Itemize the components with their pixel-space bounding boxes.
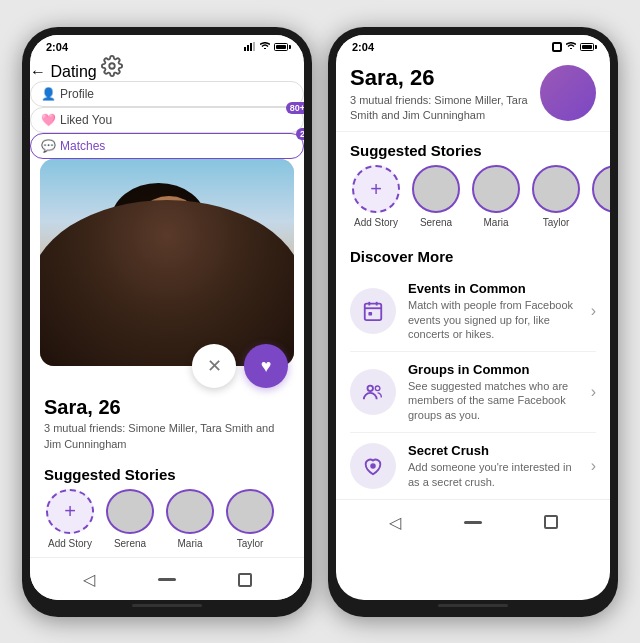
maria-avatar-2 xyxy=(472,165,520,213)
bottom-nav-1: ◁ xyxy=(30,557,304,600)
groups-text: Groups in Common See suggested matches w… xyxy=(408,362,579,422)
maria-avatar xyxy=(166,489,214,533)
nav-back-1[interactable]: ◁ xyxy=(75,566,103,594)
crush-icon xyxy=(362,455,384,477)
svg-rect-9 xyxy=(368,312,372,316)
top-nav-1: ← Dating xyxy=(30,55,304,81)
matches-icon: 💬 xyxy=(41,139,56,153)
svg-point-11 xyxy=(375,386,380,391)
story-jo-2[interactable]: Jo xyxy=(590,165,610,228)
story-add[interactable]: + Add Story xyxy=(44,489,96,548)
discover-events[interactable]: Events in Common Match with people from … xyxy=(350,271,596,352)
svg-rect-2 xyxy=(250,43,252,51)
nav-square-1[interactable] xyxy=(231,566,259,594)
story-maria-2[interactable]: Maria xyxy=(470,165,522,228)
tab-liked-label: Liked You xyxy=(60,113,112,127)
time-1: 2:04 xyxy=(46,41,68,53)
wifi-icon xyxy=(260,42,270,51)
story-add-2[interactable]: + Add Story xyxy=(350,165,402,228)
add-story-avatar-2: + xyxy=(352,165,400,213)
pass-button[interactable]: ✕ xyxy=(192,344,236,388)
profile-name-2: Sara, 26 xyxy=(350,65,530,91)
nav-back-2[interactable]: ◁ xyxy=(381,508,409,536)
discover-groups[interactable]: Groups in Common See suggested matches w… xyxy=(350,352,596,433)
settings-icon[interactable] xyxy=(101,55,123,77)
status-bar-1: 2:04 xyxy=(30,35,304,55)
nav-square-2[interactable] xyxy=(537,508,565,536)
like-button[interactable]: ♥ xyxy=(244,344,288,388)
events-arrow: › xyxy=(591,302,596,320)
status-bar-2: 2:04 xyxy=(336,35,610,55)
battery-icon xyxy=(274,43,288,51)
add-story-avatar: + xyxy=(46,489,94,533)
profile-info-1: Sara, 26 3 mutual friends: Simone Miller… xyxy=(30,388,304,458)
groups-title: Groups in Common xyxy=(408,362,579,377)
home-indicator-2 xyxy=(438,604,508,607)
profile-top-2: Sara, 26 3 mutual friends: Simone Miller… xyxy=(350,65,596,124)
page-title-1: Dating xyxy=(50,63,96,80)
discover-crush[interactable]: Secret Crush Add someone you're interest… xyxy=(350,433,596,499)
events-desc: Match with people from Facebook events y… xyxy=(408,298,579,341)
events-icon xyxy=(362,300,384,322)
tab-profile-label: Profile xyxy=(60,87,94,101)
back-button[interactable]: ← xyxy=(30,63,46,80)
tab-profile[interactable]: 👤 Profile xyxy=(30,81,304,107)
action-buttons: ✕ ♥ xyxy=(30,344,304,388)
story-taylor[interactable]: Taylor xyxy=(224,489,276,548)
groups-icon-bg xyxy=(350,369,396,415)
status-icons-2 xyxy=(552,42,594,52)
phone-1: 2:04 ← Dating xyxy=(22,27,312,617)
body-shape xyxy=(40,200,294,367)
maria-label-2: Maria xyxy=(483,217,508,228)
nav-home-1[interactable] xyxy=(153,566,181,594)
crush-text: Secret Crush Add someone you're interest… xyxy=(408,443,579,489)
svg-point-10 xyxy=(368,386,374,392)
story-serena[interactable]: Serena xyxy=(104,489,156,548)
story-maria[interactable]: Maria xyxy=(164,489,216,548)
add-story-label-2: Add Story xyxy=(354,217,398,228)
tab-matches[interactable]: 💬 Matches 2 xyxy=(30,133,304,159)
tabs-row: 👤 Profile 🩷 Liked You 80+ 💬 Matches 2 xyxy=(30,81,304,159)
tab-matches-label: Matches xyxy=(60,139,105,153)
profile-name-1: Sara, 26 xyxy=(44,396,290,419)
story-serena-2[interactable]: Serena xyxy=(410,165,462,228)
stop-icon xyxy=(552,42,562,52)
svg-point-12 xyxy=(370,463,376,469)
matches-badge: 2 xyxy=(296,128,304,140)
taylor-label: Taylor xyxy=(237,538,264,549)
jo-avatar-2 xyxy=(592,165,610,213)
suggested-stories-title-2: Suggested Stories xyxy=(336,132,610,165)
groups-arrow: › xyxy=(591,383,596,401)
bottom-nav-2: ◁ xyxy=(336,499,610,542)
profile-mutual-1: 3 mutual friends: Simone Miller, Tara Sm… xyxy=(44,421,290,452)
add-icon-2: + xyxy=(370,178,382,201)
crush-arrow: › xyxy=(591,457,596,475)
nav-home-2[interactable] xyxy=(459,508,487,536)
crush-title: Secret Crush xyxy=(408,443,579,458)
serena-avatar-2 xyxy=(412,165,460,213)
crush-desc: Add someone you're interested in as a se… xyxy=(408,460,579,489)
pass-icon: ✕ xyxy=(207,355,222,377)
events-title: Events in Common xyxy=(408,281,579,296)
phone2-scroll[interactable]: Sara, 26 3 mutual friends: Simone Miller… xyxy=(336,55,610,500)
stories-row-2: + Add Story Serena Maria Taylor xyxy=(336,165,610,238)
events-icon-bg xyxy=(350,288,396,334)
add-story-label: Add Story xyxy=(48,538,92,549)
status-icons-1 xyxy=(244,42,288,51)
profile-mutual-2: 3 mutual friends: Simone Miller, Tara Sm… xyxy=(350,93,530,124)
taylor-avatar-2 xyxy=(532,165,580,213)
liked-badge: 80+ xyxy=(286,102,304,114)
discover-section: Events in Common Match with people from … xyxy=(336,271,610,499)
serena-avatar xyxy=(106,489,154,533)
profile-icon: 👤 xyxy=(41,87,56,101)
like-icon: ♥ xyxy=(261,356,272,377)
svg-rect-5 xyxy=(365,304,382,321)
svg-rect-1 xyxy=(247,45,249,51)
svg-point-4 xyxy=(109,63,115,69)
suggested-stories-title-1: Suggested Stories xyxy=(30,458,304,489)
wifi-icon-2 xyxy=(566,42,576,51)
story-taylor-2[interactable]: Taylor xyxy=(530,165,582,228)
svg-rect-3 xyxy=(253,42,255,51)
tab-liked-you[interactable]: 🩷 Liked You 80+ xyxy=(30,107,304,133)
profile-avatar-large xyxy=(540,65,596,121)
